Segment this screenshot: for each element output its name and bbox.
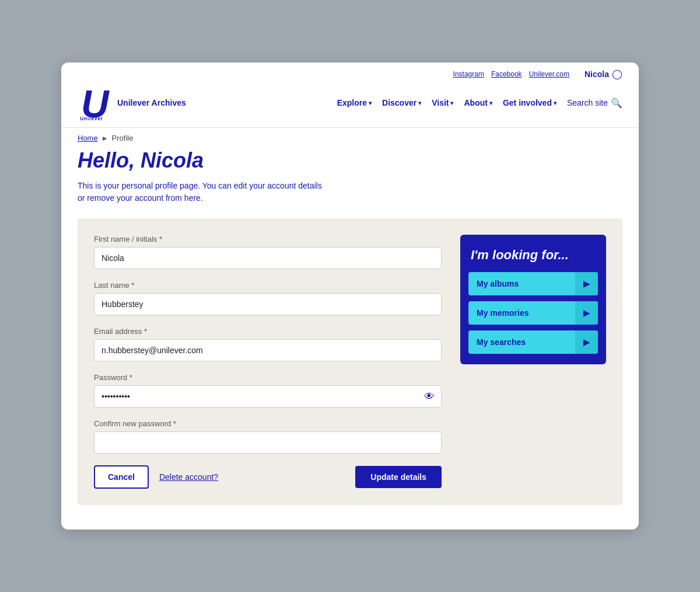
breadcrumb-separator: ► [102,134,108,142]
user-icon: ◯ [612,68,622,79]
confirm-password-group: Confirm new password * [94,419,442,454]
widget-item-searches[interactable]: My searches ▶ [468,330,598,354]
first-name-group: First name / initials * [94,235,442,269]
widget-item-albums-arrow-icon: ▶ [575,272,598,295]
breadcrumb-home[interactable]: Home [78,134,98,142]
first-name-label: First name / initials * [94,235,442,243]
profile-form: First name / initials * Last name * Emai… [94,235,442,489]
nav-about[interactable]: About ▾ [464,98,492,107]
main-window: Instagram Facebook Unilever.com Nicola ◯… [61,62,639,530]
cancel-button[interactable]: Cancel [94,465,149,489]
password-label: Password * [94,373,442,382]
email-label: Email address * [94,327,442,336]
update-details-button[interactable]: Update details [355,466,442,488]
first-name-input[interactable] [94,247,442,269]
search-icon: 🔍 [611,97,622,109]
search-site-button[interactable]: Search site 🔍 [567,97,622,109]
logo-area: U Unilever Unilever Archives [78,84,186,121]
widget-item-searches-label: My searches [468,330,575,354]
widget-item-albums-label: My albums [468,272,575,295]
widget-item-memories-label: My memories [468,301,575,325]
widget-item-albums[interactable]: My albums ▶ [468,272,598,295]
nav-discover[interactable]: Discover ▾ [382,98,421,107]
get-involved-arrow-icon: ▾ [554,100,556,106]
widget-item-memories-arrow-icon: ▶ [575,301,598,325]
password-input[interactable] [94,385,442,408]
user-section: Nicola ◯ [584,68,622,79]
nav-visit[interactable]: Visit ▾ [432,98,453,107]
last-name-label: Last name * [94,281,442,290]
nav-explore[interactable]: Explore ▾ [337,98,372,107]
site-title[interactable]: Unilever Archives [117,98,186,107]
visit-arrow-icon: ▾ [450,100,453,106]
email-group: Email address * [94,327,442,361]
explore-arrow-icon: ▾ [369,100,372,106]
widget-title: I'm looking for... [460,235,606,272]
show-password-icon[interactable]: 👁 [424,391,435,403]
svg-text:Unilever: Unilever [80,116,103,121]
facebook-link[interactable]: Facebook [491,70,522,78]
widget-item-searches-arrow-icon: ▶ [575,330,598,354]
page-title: Hello, Nicola [78,148,622,173]
about-arrow-icon: ▾ [489,100,492,106]
last-name-input[interactable] [94,293,442,315]
content-area: First name / initials * Last name * Emai… [78,218,622,505]
widget-item-memories[interactable]: My memories ▶ [468,301,598,325]
widget-items: My albums ▶ My memories ▶ My searches ▶ [460,272,606,364]
password-group: Password * 👁 [94,373,442,408]
confirm-password-label: Confirm new password * [94,419,442,428]
nav-get-involved[interactable]: Get involved ▾ [503,98,556,107]
instagram-link[interactable]: Instagram [453,70,484,78]
form-actions: Cancel Delete account? Update details [94,465,442,489]
breadcrumb: Home ► Profile [61,128,639,148]
email-input[interactable] [94,339,442,361]
top-bar: Instagram Facebook Unilever.com Nicola ◯ [61,62,639,82]
discover-arrow-icon: ▾ [418,100,421,106]
delete-account-button[interactable]: Delete account? [159,472,218,482]
last-name-group: Last name * [94,281,442,315]
looking-for-widget: I'm looking for... My albums ▶ My memori… [460,235,606,364]
page-subtitle: This is your personal profile page. You … [78,180,323,204]
user-name[interactable]: Nicola [584,69,609,79]
breadcrumb-current: Profile [112,134,134,142]
main-content: Hello, Nicola This is your personal prof… [61,148,639,521]
main-nav: Explore ▾ Discover ▾ Visit ▾ About ▾ Get… [337,97,622,109]
password-wrapper: 👁 [94,385,442,408]
confirm-password-input[interactable] [94,431,442,454]
unilever-logo[interactable]: U Unilever [78,84,110,121]
header: U Unilever Unilever Archives Explore ▾ D… [61,82,639,128]
unilever-com-link[interactable]: Unilever.com [529,70,569,78]
